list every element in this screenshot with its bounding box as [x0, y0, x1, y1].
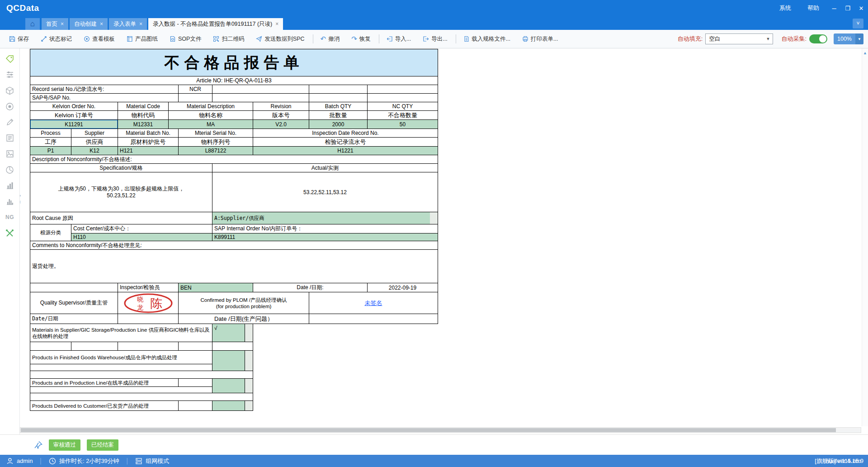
autocollect-toggle[interactable] — [809, 34, 827, 43]
cost-center-value-cell[interactable]: H110 — [71, 234, 212, 241]
cell-dropdown-strip[interactable] — [245, 351, 253, 371]
cell[interactable] — [179, 94, 212, 102]
sliders-icon[interactable] — [5, 70, 15, 80]
value-cell[interactable]: K12 — [71, 147, 118, 155]
scroll-up-icon[interactable]: ▲ — [862, 48, 868, 55]
load-spec-file-button[interactable]: 载入规格文件... — [463, 35, 510, 43]
horizontal-scrollbar[interactable] — [20, 427, 861, 433]
send-to-spc-button[interactable]: 发送数据到SPC — [256, 35, 304, 43]
panel-expand-icon[interactable]: › — [20, 192, 21, 199]
selected-cell-order-no[interactable]: K11291 — [30, 120, 118, 129]
inspector-value-cell[interactable]: BEN — [179, 283, 253, 292]
cell[interactable] — [71, 342, 118, 351]
maximize-button[interactable]: ❐ — [841, 5, 854, 12]
disposition-value-cell[interactable]: √ — [212, 324, 245, 342]
undo-button[interactable]: ↶ 撤消 — [321, 35, 340, 43]
comments-value-cell[interactable]: 退货处理。 — [30, 250, 438, 283]
root-cause-value-cell[interactable]: A:Supplier/供应商 — [212, 212, 430, 224]
cell[interactable] — [30, 342, 71, 351]
scrollbar-thumb[interactable] — [21, 428, 836, 432]
value-cell[interactable]: H1221 — [253, 147, 438, 155]
cell[interactable] — [179, 342, 212, 351]
tab-auto-create[interactable]: 自动创建 × — [70, 18, 108, 30]
cell-dropdown-strip[interactable] — [245, 324, 253, 342]
minimize-button[interactable]: ─ — [827, 5, 841, 12]
cell[interactable] — [118, 314, 179, 324]
sop-file-button[interactable]: SOP文件 — [170, 35, 201, 43]
cell[interactable] — [212, 342, 253, 351]
autofill-dropdown[interactable]: 空白 ▼ — [705, 33, 773, 44]
panel-collapse-icon[interactable]: ‹ — [20, 199, 21, 205]
sap-value-cell[interactable] — [212, 94, 309, 102]
view-template-button[interactable]: 查看模板 — [84, 35, 115, 43]
scan-qr-button[interactable]: 扫二维码 — [213, 35, 244, 43]
tools-icon[interactable] — [5, 228, 15, 238]
tab-data-entry-active[interactable]: 录入数据 - 不合格品处置报告单09191117 (只读) × — [148, 18, 283, 30]
value-cell[interactable]: M12331 — [118, 120, 169, 129]
value-cell[interactable]: MA — [169, 120, 253, 129]
save-button[interactable]: 保存 — [9, 35, 29, 43]
record-serial-value-cell[interactable] — [212, 85, 309, 94]
spec-value-cell[interactable]: 上规格为50，下规格为30，出现较多超规格上限值， 50.23,51.22 — [30, 172, 212, 212]
cell[interactable] — [30, 364, 212, 371]
status-mark-button[interactable]: 状态标记 — [41, 35, 72, 43]
tab-list-collapse-button[interactable]: ˅ — [853, 19, 863, 29]
cell[interactable] — [30, 387, 212, 393]
close-button[interactable]: ✕ — [854, 5, 868, 12]
date-value-cell[interactable]: 2022-09-19 — [368, 283, 438, 292]
unsigned-link[interactable]: 未签名 — [365, 299, 382, 307]
cell-dropdown-strip[interactable] — [245, 379, 253, 393]
cell-dropdown-strip[interactable] — [245, 401, 253, 411]
cell[interactable] — [309, 94, 368, 102]
target-icon[interactable] — [5, 101, 15, 111]
cell[interactable] — [30, 283, 118, 292]
cell[interactable] — [368, 94, 438, 102]
value-cell[interactable]: 50 — [368, 120, 438, 129]
redo-button[interactable]: ↷ 恢复 — [351, 35, 371, 43]
image-icon[interactable] — [5, 149, 15, 159]
vertical-scrollbar[interactable]: ▲ — [862, 48, 868, 426]
value-cell[interactable]: L887122 — [179, 147, 253, 155]
disposition-value-cell[interactable] — [212, 401, 245, 411]
menu-help[interactable]: 帮助 — [799, 4, 827, 12]
actual-value-cell[interactable]: 53.22,52.11,53.12 — [212, 172, 438, 212]
export-button[interactable]: 导出... — [423, 35, 447, 43]
value-cell[interactable]: H121 — [118, 147, 179, 155]
tab-homepage[interactable]: 首页 × — [42, 18, 68, 30]
pin-icon[interactable] — [34, 441, 42, 449]
cell[interactable] — [309, 314, 438, 324]
disposition-value-cell[interactable] — [212, 379, 245, 393]
tag-icon[interactable] — [5, 54, 15, 64]
tab-close-icon[interactable]: × — [275, 21, 278, 27]
import-button[interactable]: 导入... — [387, 35, 411, 43]
tab-entry-form[interactable]: 录入表单 × — [109, 18, 147, 30]
home-tab-button[interactable]: ⌂ — [25, 18, 40, 30]
form-edit-icon[interactable] — [5, 133, 15, 143]
tab-close-icon[interactable]: × — [139, 21, 142, 27]
product-drawing-button[interactable]: 产品图纸 — [127, 35, 158, 43]
sap-order-value-cell[interactable]: K899111 — [212, 234, 438, 241]
value-cell[interactable]: V2.0 — [253, 120, 309, 129]
disposition-value-cell[interactable] — [212, 351, 245, 371]
cell[interactable] — [179, 379, 212, 387]
cell[interactable] — [368, 85, 438, 94]
header-cell: 版本号 — [253, 111, 309, 120]
supervisor-stamp-cell[interactable]: 晓 龙 陈 — [118, 292, 179, 314]
value-cell[interactable]: 2000 — [309, 120, 368, 129]
cell[interactable] — [179, 401, 212, 411]
cell[interactable] — [118, 342, 179, 351]
tab-close-icon[interactable]: × — [100, 21, 103, 27]
cell[interactable] — [309, 85, 368, 94]
menu-system[interactable]: 系统 — [771, 4, 799, 12]
bar-chart-icon[interactable] — [5, 181, 15, 191]
cell-dropdown-strip[interactable] — [430, 212, 438, 224]
print-form-button[interactable]: 打印表单... — [522, 35, 558, 43]
ng-icon[interactable]: NG — [5, 212, 15, 222]
tab-close-icon[interactable]: × — [61, 21, 64, 27]
value-cell[interactable]: P1 — [30, 147, 71, 155]
histogram-icon[interactable] — [5, 196, 15, 206]
pie-chart-icon[interactable] — [5, 165, 15, 175]
cube-icon[interactable] — [5, 86, 15, 95]
pencil-icon[interactable] — [5, 117, 15, 127]
zoom-control[interactable]: 100% ▼ — [834, 33, 863, 44]
